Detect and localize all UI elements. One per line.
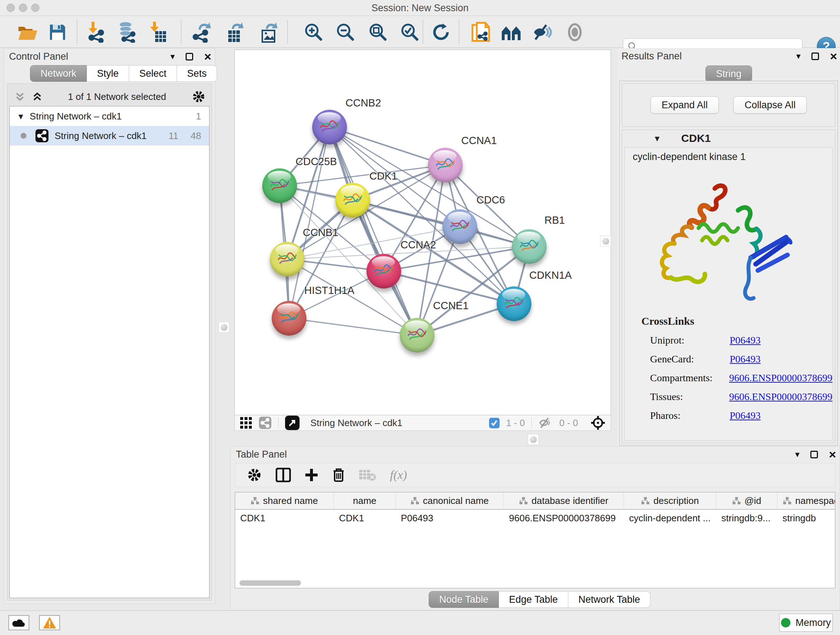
- delete-column-trash-icon[interactable]: [332, 467, 345, 483]
- tab-sets[interactable]: Sets: [177, 65, 217, 82]
- table-panel-close-button[interactable]: ×: [829, 448, 836, 461]
- right-splitter-handle[interactable]: [600, 236, 611, 247]
- horizontal-scrollbar-thumb[interactable]: [240, 580, 301, 586]
- add-column-icon[interactable]: [305, 468, 318, 482]
- single-view-icon[interactable]: [259, 416, 272, 429]
- crosslink-link[interactable]: P06493: [729, 334, 761, 346]
- network-node-ccne1[interactable]: [400, 318, 434, 353]
- import-network-database-button[interactable]: [114, 21, 138, 43]
- show-all-button[interactable]: [563, 21, 587, 43]
- network-row[interactable]: String Network – cdk1 11 48: [10, 126, 209, 146]
- new-network-from-selection-button[interactable]: [469, 21, 493, 43]
- hide-selected-button[interactable]: [531, 21, 554, 43]
- column-header-namespace[interactable]: namespace: [777, 492, 835, 509]
- network-collection-row[interactable]: ▾ String Network – cdk1 1: [10, 106, 209, 126]
- column-header-database-identifier[interactable]: database identifier: [504, 492, 624, 509]
- tab-select[interactable]: Select: [129, 65, 177, 82]
- zoom-in-button[interactable]: [302, 21, 325, 43]
- control-panel-float-button[interactable]: [186, 53, 193, 60]
- crosslink-link[interactable]: P06493: [729, 353, 761, 365]
- expand-all-button[interactable]: Expand All: [651, 96, 719, 114]
- warnings-button[interactable]: [39, 615, 60, 630]
- table-cell[interactable]: 9606.ENSP00000378699: [504, 510, 624, 526]
- network-edge[interactable]: [330, 127, 417, 335]
- tab-string[interactable]: String: [706, 65, 752, 82]
- expand-all-icon[interactable]: [32, 91, 43, 102]
- table-cell[interactable]: stringdb:9...: [716, 510, 777, 526]
- network-node-ccna1[interactable]: [428, 148, 463, 182]
- open-session-button[interactable]: [16, 21, 40, 43]
- table-cell[interactable]: CDK1: [334, 510, 396, 526]
- table-cell[interactable]: cyclin-dependent ...: [624, 510, 716, 526]
- table-cell[interactable]: stringdb: [777, 510, 835, 526]
- network-options-gear-icon[interactable]: [191, 89, 206, 104]
- crosslink-link[interactable]: P06493: [729, 410, 761, 421]
- export-table-icon: [226, 22, 245, 43]
- network-node-ccnb1[interactable]: [270, 242, 305, 277]
- first-neighbors-button[interactable]: [500, 21, 524, 43]
- show-columns-icon[interactable]: [276, 468, 291, 482]
- table-options-gear-icon[interactable]: [247, 467, 262, 483]
- network-node-cdc6[interactable]: [442, 209, 477, 244]
- collapse-all-button[interactable]: Collapse All: [733, 96, 807, 114]
- selected-checkbox-icon[interactable]: [489, 418, 500, 428]
- network-node-cdkn1a[interactable]: [497, 287, 531, 321]
- crosslink-link[interactable]: 9606.ENSP00000378699: [729, 372, 832, 384]
- network-node-hist1h1a[interactable]: [272, 301, 306, 336]
- import-table-file-button[interactable]: [146, 21, 170, 43]
- zoom-selected-button[interactable]: [398, 21, 422, 43]
- column-header-canonical-name[interactable]: canonical name: [396, 492, 504, 509]
- table-cell[interactable]: CDK1: [235, 510, 334, 526]
- function-builder-label[interactable]: f(x): [390, 468, 407, 482]
- apply-layout-button[interactable]: [429, 21, 453, 43]
- tab-network-table[interactable]: Network Table: [568, 591, 651, 608]
- center-view-crosshair-icon[interactable]: [591, 415, 606, 431]
- results-panel-close-button[interactable]: ×: [830, 50, 837, 62]
- crosslink-link[interactable]: 9606.ENSP00000378699: [729, 391, 832, 402]
- column-header-name[interactable]: name: [334, 492, 396, 509]
- import-network-file-button[interactable]: [84, 21, 108, 43]
- birds-eye-view-button[interactable]: [285, 416, 300, 430]
- column-header-shared-name[interactable]: shared name: [235, 492, 334, 509]
- grid-view-icon[interactable]: [240, 417, 252, 429]
- network-canvas[interactable]: CCNB2 CCNA1 CDC25B CDK1 CDC6 RB1 CCNB1 C…: [234, 50, 611, 415]
- tab-network[interactable]: Network: [30, 65, 87, 82]
- collection-expand-arrow-icon[interactable]: ▾: [19, 111, 23, 122]
- network-node-ccna2[interactable]: [366, 254, 401, 288]
- control-panel-menu-arrow-icon[interactable]: ▾: [171, 52, 175, 61]
- gene-collapse-arrow-icon[interactable]: ▾: [655, 133, 660, 144]
- collapse-all-icon[interactable]: [14, 91, 25, 102]
- tab-style[interactable]: Style: [87, 65, 129, 82]
- tab-edge-table[interactable]: Edge Table: [499, 591, 568, 608]
- cloud-status-button[interactable]: [8, 615, 29, 630]
- column-header--id[interactable]: @id: [716, 492, 777, 509]
- results-panel-menu-arrow-icon[interactable]: ▾: [796, 52, 801, 60]
- control-panel-close-button[interactable]: ×: [204, 50, 211, 63]
- column-header-label: @id: [745, 495, 761, 507]
- export-network-button[interactable]: [189, 21, 213, 43]
- network-node-cdc25b[interactable]: [262, 168, 297, 203]
- column-header-description[interactable]: description: [624, 492, 716, 509]
- results-panel-float-button[interactable]: [812, 52, 819, 60]
- export-image-button[interactable]: [257, 21, 281, 43]
- tab-node-table[interactable]: Node Table: [429, 591, 499, 608]
- table-panel-menu-arrow-icon[interactable]: ▾: [795, 450, 799, 459]
- network-node-cdk1[interactable]: [335, 183, 370, 218]
- save-session-button[interactable]: [46, 21, 69, 43]
- delete-table-icon[interactable]: [359, 469, 376, 481]
- memory-button[interactable]: Memory: [779, 614, 833, 632]
- zoom-fit-button[interactable]: [366, 21, 390, 43]
- network-edge[interactable]: [289, 318, 417, 335]
- export-table-button[interactable]: [224, 21, 248, 43]
- table-row[interactable]: CDK1CDK1P064939606.ENSP00000378699cyclin…: [235, 510, 835, 526]
- network-node-ccnb2[interactable]: [312, 110, 347, 144]
- network-node-rb1[interactable]: [512, 229, 546, 264]
- table-panel-float-button[interactable]: [810, 451, 818, 458]
- table-cell[interactable]: P06493: [396, 510, 504, 526]
- left-splitter-handle[interactable]: [218, 322, 229, 333]
- zoom-out-button[interactable]: [333, 21, 357, 43]
- network-edge[interactable]: [330, 127, 445, 165]
- column-namespace-icon: [641, 497, 650, 505]
- network-edge[interactable]: [353, 200, 529, 247]
- bottom-splitter-handle[interactable]: [528, 434, 538, 445]
